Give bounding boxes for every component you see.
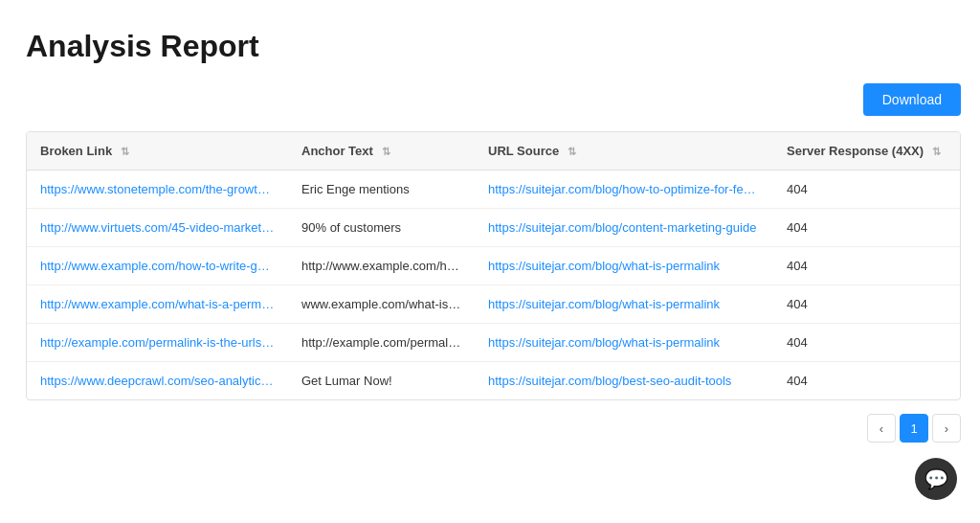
url-source-cell[interactable]: https://suitejar.com/blog/content-market… (488, 220, 760, 235)
anchor-text-cell: http://example.com/permalink-... (288, 324, 475, 362)
pagination: ‹ 1 › (26, 414, 961, 443)
chat-bubble-button[interactable]: 💬 (915, 458, 957, 500)
table-row: https://www.stonetemple.com/the-growth-o… (27, 171, 960, 209)
col-header-server-response[interactable]: Server Response (4XX) ⇅ (773, 132, 960, 171)
sort-icon-server-response: ⇅ (932, 146, 941, 158)
table-row: https://www.deepcrawl.com/seo-analytics-… (27, 362, 960, 400)
anchor-text-cell: http://www.example.com/how-... (288, 247, 475, 285)
anchor-text-cell: Eric Enge mentions (288, 171, 475, 209)
server-response-cell: 404 (773, 247, 960, 285)
server-response-cell: 404 (773, 209, 960, 247)
broken-link-cell[interactable]: https://www.deepcrawl.com/seo-analytics-… (40, 374, 275, 388)
anchor-text-cell: 90% of customers (288, 209, 475, 247)
pagination-next-button[interactable]: › (932, 414, 961, 443)
table-header-row: Broken Link ⇅ Anchor Text ⇅ URL Source ⇅… (27, 132, 960, 171)
sort-icon-broken-link: ⇅ (121, 146, 129, 158)
page-title: Analysis Report (26, 29, 961, 64)
data-table: Broken Link ⇅ Anchor Text ⇅ URL Source ⇅… (26, 131, 961, 400)
server-response-cell: 404 (773, 324, 960, 362)
url-source-cell[interactable]: https://suitejar.com/blog/what-is-permal… (488, 297, 760, 311)
table-row: http://www.example.com/what-is-a-permali… (27, 285, 960, 324)
broken-link-cell[interactable]: http://example.com/permalink-is-the-urls… (40, 335, 275, 350)
sort-icon-anchor-text: ⇅ (382, 146, 390, 158)
chat-icon: 💬 (924, 467, 948, 490)
sort-icon-url-source: ⇅ (568, 146, 576, 158)
broken-link-cell[interactable]: https://www.stonetemple.com/the-growth-o… (40, 182, 275, 196)
broken-link-cell[interactable]: http://www.example.com/how-to-write-good… (40, 259, 275, 273)
server-response-cell: 404 (773, 362, 960, 400)
url-source-cell[interactable]: https://suitejar.com/blog/how-to-optimiz… (488, 182, 760, 196)
pagination-prev-button[interactable]: ‹ (867, 414, 896, 443)
table-row: http://example.com/permalink-is-the-urls… (27, 324, 960, 362)
broken-link-cell[interactable]: http://www.virtuets.com/45-video-marketi… (40, 220, 275, 235)
server-response-cell: 404 (773, 285, 960, 324)
col-header-broken-link[interactable]: Broken Link ⇅ (27, 132, 288, 171)
table-row: http://www.example.com/how-to-write-good… (27, 247, 960, 285)
col-header-url-source[interactable]: URL Source ⇅ (475, 132, 773, 171)
download-button[interactable]: Download (863, 83, 961, 116)
url-source-cell[interactable]: https://suitejar.com/blog/best-seo-audit… (488, 374, 760, 388)
table-row: http://www.virtuets.com/45-video-marketi… (27, 209, 960, 247)
col-header-anchor-text[interactable]: Anchor Text ⇅ (288, 132, 475, 171)
url-source-cell[interactable]: https://suitejar.com/blog/what-is-permal… (488, 259, 760, 273)
anchor-text-cell: www.example.com/what-is-a-p... (288, 285, 475, 324)
broken-link-cell[interactable]: http://www.example.com/what-is-a-permali… (40, 297, 275, 311)
url-source-cell[interactable]: https://suitejar.com/blog/what-is-permal… (488, 335, 760, 350)
anchor-text-cell: Get Lumar Now! (288, 362, 475, 400)
server-response-cell: 404 (773, 171, 960, 209)
pagination-page-1-button[interactable]: 1 (900, 414, 928, 443)
